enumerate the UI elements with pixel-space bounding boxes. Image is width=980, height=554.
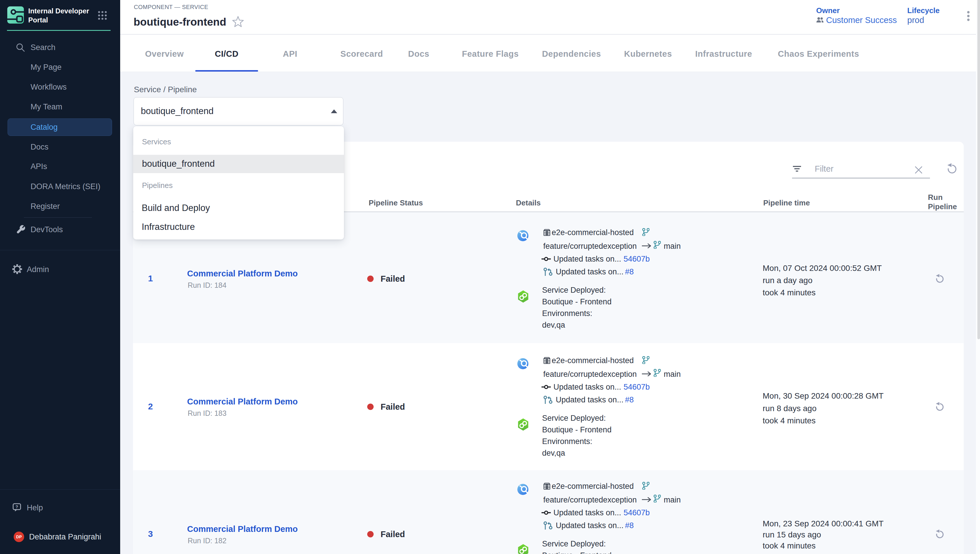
svg-text:?: ? [16, 504, 18, 509]
